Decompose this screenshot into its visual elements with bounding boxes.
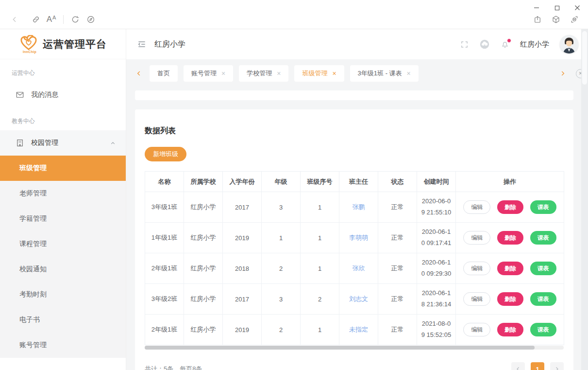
edit-button[interactable]: 编辑: [463, 231, 490, 245]
sidebar-item-course-management[interactable]: 课程管理: [0, 231, 126, 257]
package-icon[interactable]: [548, 12, 564, 27]
menu-fold-icon[interactable]: [137, 39, 147, 49]
sidebar-item-teacher-management[interactable]: 老师管理: [0, 181, 126, 206]
cell-created: 2020-06-09 21:55:10: [417, 192, 456, 223]
cell-school: 红房小学: [184, 192, 223, 223]
teacher-link[interactable]: 李萌萌: [349, 234, 368, 241]
sidebar-item-attendance-time[interactable]: 考勤时刻: [0, 282, 126, 307]
maximize-icon[interactable]: [550, 3, 564, 13]
delete-button[interactable]: 删除: [497, 200, 523, 214]
sidebar-item-campus-management[interactable]: 校园管理: [0, 130, 126, 156]
tab-close-icon[interactable]: ×: [332, 70, 336, 77]
col-class-no: 班级序号: [301, 172, 339, 192]
table-row: 3年级1班 红房小学 2017 3 1 张鹏 正常 2020-06-09 21:…: [145, 192, 564, 223]
schedule-button[interactable]: 课表: [530, 231, 556, 245]
tab-home[interactable]: 首页: [150, 65, 178, 82]
cell-grade: 3: [262, 192, 301, 223]
cell-created: 2020-06-10 09:29:30: [417, 253, 456, 284]
cell-year: 2018: [223, 253, 262, 284]
col-created-time: 创建时间: [417, 172, 456, 192]
cell-name: 1年级1班: [145, 223, 184, 253]
minimize-icon[interactable]: [530, 3, 543, 13]
tabs-scroll-right-icon[interactable]: [557, 70, 569, 77]
current-user-name: 红房小学: [520, 40, 549, 49]
edit-button[interactable]: 编辑: [463, 200, 490, 214]
pagination-page-1[interactable]: 1: [531, 362, 544, 370]
add-class-button[interactable]: 新增班级: [145, 147, 186, 161]
table-row: 1年级1班 红房小学 2019 1 1 李萌萌 正常 2020-06-10 09…: [145, 223, 564, 253]
tab-close-icon[interactable]: ×: [221, 70, 225, 77]
cell-created: 2020-06-18 21:36:14: [417, 284, 456, 315]
sidebar-item-ebook[interactable]: 电子书: [0, 307, 126, 333]
vertical-scrollbar[interactable]: [581, 29, 588, 370]
window-controls: [530, 3, 584, 13]
col-grade: 年级: [262, 172, 301, 192]
tab-school-management[interactable]: 学校管理×: [239, 65, 288, 82]
sidebar-item-account-management[interactable]: 账号管理: [0, 333, 126, 358]
horizontal-scrollbar-thumb[interactable]: [145, 346, 535, 350]
back-icon[interactable]: [7, 12, 22, 27]
sidebar-item-label: 校园管理: [31, 139, 58, 147]
app-title: 运营管理平台: [43, 37, 107, 51]
edit-button[interactable]: 编辑: [463, 292, 490, 306]
cell-class-no: 1: [301, 253, 339, 284]
tab-close-icon[interactable]: ×: [407, 70, 411, 77]
teacher-link[interactable]: 未指定: [349, 326, 368, 333]
fullscreen-icon[interactable]: [460, 40, 469, 49]
share-icon[interactable]: [530, 12, 545, 27]
schedule-button[interactable]: 课表: [530, 200, 556, 214]
col-actions: 操作: [456, 172, 564, 192]
schedule-button[interactable]: 课表: [530, 292, 556, 306]
schedule-button[interactable]: 课表: [530, 262, 556, 275]
col-name: 名称: [145, 172, 184, 192]
brand-logo-icon: InnChip: [19, 35, 40, 53]
pagination-prev-icon[interactable]: [511, 362, 525, 370]
contact-icon[interactable]: [567, 12, 582, 27]
edit-button[interactable]: 编辑: [463, 323, 490, 336]
edit-button[interactable]: 编辑: [463, 262, 490, 275]
cell-status: 正常: [378, 223, 417, 253]
sidebar-item-my-messages[interactable]: 我的消息: [0, 82, 126, 107]
sidebar-section-academic: 教务中心: [0, 107, 126, 130]
sidebar-item-student-management[interactable]: 学籍管理: [0, 206, 126, 231]
bell-icon[interactable]: [501, 40, 509, 49]
tab-class-management[interactable]: 班级管理×: [294, 65, 344, 82]
avatar[interactable]: [560, 35, 578, 53]
tab-account-management[interactable]: 账号管理×: [184, 65, 233, 82]
horizontal-scrollbar[interactable]: [145, 346, 564, 350]
teacher-link[interactable]: 刘志文: [349, 295, 368, 302]
tabs-scroll-left-icon[interactable]: [133, 70, 145, 77]
close-icon[interactable]: [571, 3, 584, 13]
pagination: 1: [511, 362, 564, 370]
sidebar-item-class-management[interactable]: 班级管理: [0, 156, 126, 181]
class-table: 名称 所属学校 入学年份 年级 班级序号 班主任 状态 创建时间 操作: [145, 171, 564, 345]
pagination-next-icon[interactable]: [550, 362, 564, 370]
delete-button[interactable]: 删除: [497, 323, 523, 336]
cell-status: 正常: [378, 192, 417, 223]
sidebar-item-campus-notice[interactable]: 校园通知: [0, 257, 126, 282]
teacher-link[interactable]: 张欣: [353, 264, 365, 272]
table-summary: 共计：5条，每页8条: [145, 365, 202, 370]
tab-close-icon[interactable]: ×: [277, 70, 281, 77]
cloud-upload-icon[interactable]: [479, 39, 490, 50]
chevron-up-icon: [110, 140, 116, 146]
schedule-button[interactable]: 课表: [530, 323, 556, 336]
breadcrumb: 红房小学: [154, 39, 185, 50]
delete-button[interactable]: 删除: [497, 262, 523, 275]
refresh-icon[interactable]: [67, 12, 83, 27]
link-icon[interactable]: [28, 12, 44, 27]
col-head-teacher: 班主任: [339, 172, 378, 192]
vertical-scrollbar-thumb[interactable]: [582, 31, 587, 85]
cell-status: 正常: [378, 284, 417, 315]
font-size-icon[interactable]: AA: [44, 12, 59, 27]
sidebar-section-operation: 运营中心: [0, 59, 126, 82]
tab-class-schedule[interactable]: 3年级1班 - 课表×: [350, 65, 419, 82]
cell-year: 2017: [223, 192, 262, 223]
delete-button[interactable]: 删除: [497, 231, 523, 245]
compass-icon[interactable]: [83, 12, 99, 27]
cell-created: 2020-06-10 09:17:41: [417, 223, 456, 253]
table-row: 2年级1班 红房小学 2019 2 1 未指定 正常 2021-08-09 15…: [145, 315, 564, 345]
app-logo: InnChip 运营管理平台: [0, 29, 126, 59]
delete-button[interactable]: 删除: [497, 292, 523, 306]
teacher-link[interactable]: 张鹏: [353, 203, 365, 211]
